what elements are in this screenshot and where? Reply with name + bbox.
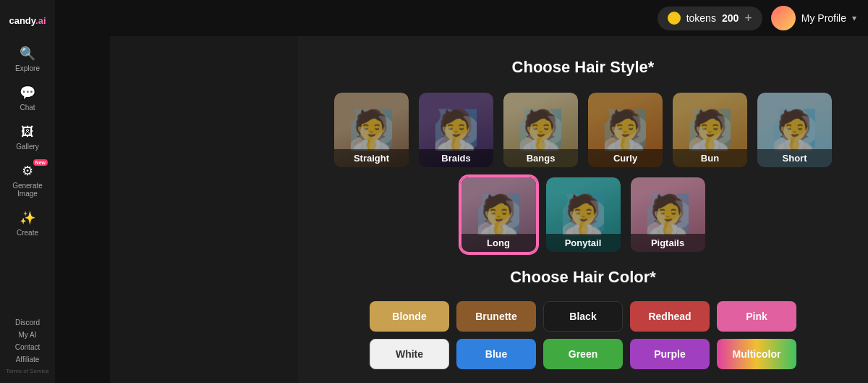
tokens-count: 200: [722, 12, 739, 24]
ponytail-label: Ponytail: [546, 234, 621, 252]
color-white-button[interactable]: White: [370, 339, 449, 369]
style-bun[interactable]: 🧖 Bun: [671, 91, 749, 169]
profile-label: My Profile: [801, 12, 846, 24]
token-coin-icon: [668, 12, 681, 25]
explore-icon: 🔍: [19, 45, 36, 62]
style-pigtails[interactable]: 🧖 Pigtails: [629, 176, 707, 253]
gallery-icon: 🖼: [19, 123, 36, 140]
curly-label: Curly: [588, 149, 663, 167]
hair-style-title: Choose Hair Style*: [327, 58, 839, 77]
style-ponytail[interactable]: 🧖 Ponytail: [545, 176, 622, 253]
sidebar-bottom: Discord My AI Contact Affiliate Terms of…: [0, 317, 55, 376]
style-short[interactable]: 🧖 Short: [756, 91, 833, 169]
sidebar-item-explore[interactable]: 🔍 Explore: [4, 41, 51, 77]
style-curly[interactable]: 🧖 Curly: [587, 91, 664, 169]
color-redhead-button[interactable]: Redhead: [630, 301, 710, 332]
color-multicolor-button[interactable]: Multicolor: [717, 339, 796, 369]
short-label: Short: [757, 149, 832, 167]
style-bangs[interactable]: 🧖 Bangs: [502, 91, 579, 169]
tokens-label: tokens: [686, 12, 716, 24]
create-icon: ✨: [19, 209, 36, 227]
color-pink-button[interactable]: Pink: [717, 301, 796, 332]
sidebar-label-generate: Generate Image: [7, 182, 48, 198]
hair-style-grid: 🧖 Straight 🧖 Braids 🧖 Bangs 🧖 Curly 🧖: [327, 91, 839, 253]
add-tokens-button[interactable]: +: [744, 11, 752, 26]
sidebar-item-my-ai[interactable]: My AI: [17, 329, 38, 340]
style-long[interactable]: 🧖 Long: [460, 176, 537, 253]
profile-area[interactable]: My Profile ▾: [771, 6, 856, 30]
chevron-down-icon: ▾: [852, 13, 856, 23]
sidebar-label-gallery: Gallery: [16, 143, 39, 151]
main: Choose Hair Style* 🧖 Straight 🧖 Braids 🧖…: [110, 36, 868, 383]
style-straight[interactable]: 🧖 Straight: [333, 91, 410, 169]
sidebar-item-affiliate[interactable]: Affiliate: [14, 354, 41, 365]
sidebar-item-chat[interactable]: 💬 Chat: [4, 80, 51, 116]
tokens-bar: tokens 200 +: [658, 7, 762, 30]
sidebar-item-create[interactable]: ✨ Create: [4, 205, 51, 241]
hair-color-title: Choose Hair Color*: [327, 268, 839, 287]
header: tokens 200 + My Profile ▾: [55, 0, 868, 36]
straight-label: Straight: [334, 149, 409, 167]
bun-label: Bun: [673, 149, 747, 167]
style-braids[interactable]: 🧖 Braids: [417, 91, 495, 169]
color-green-button[interactable]: Green: [543, 339, 623, 369]
sidebar-label-create: Create: [17, 229, 38, 237]
long-label: Long: [461, 234, 536, 252]
bangs-label: Bangs: [503, 149, 578, 167]
sidebar-item-discord[interactable]: Discord: [14, 317, 41, 328]
sidebar-item-contact[interactable]: Contact: [14, 342, 41, 353]
logo[interactable]: candy.ai: [2, 7, 53, 33]
sidebar-label-explore: Explore: [15, 64, 40, 72]
content-area: Choose Hair Style* 🧖 Straight 🧖 Braids 🧖…: [298, 36, 868, 383]
sidebar-label-chat: Chat: [20, 104, 35, 111]
hair-color-grid: Blonde Brunette Black Redhead Pink White…: [327, 301, 839, 369]
hair-color-section: Choose Hair Color* Blonde Brunette Black…: [327, 268, 839, 369]
chat-icon: 💬: [19, 84, 36, 101]
sidebar-item-gallery[interactable]: 🖼 Gallery: [4, 119, 51, 155]
logo-text: candy.ai: [9, 15, 46, 26]
avatar: [771, 6, 796, 30]
sidebar: candy.ai 🔍 Explore 💬 Chat 🖼 Gallery New …: [0, 0, 55, 383]
hair-style-section: Choose Hair Style* 🧖 Straight 🧖 Braids 🧖…: [327, 58, 839, 253]
pigtails-label: Pigtails: [631, 234, 705, 252]
color-black-button[interactable]: Black: [543, 301, 623, 332]
sidebar-item-generate[interactable]: New ⚙ Generate Image: [4, 158, 51, 202]
new-badge: New: [33, 159, 48, 166]
color-purple-button[interactable]: Purple: [630, 339, 710, 369]
left-panel: [110, 36, 298, 383]
color-blue-button[interactable]: Blue: [456, 339, 536, 369]
braids-label: Braids: [419, 149, 493, 167]
terms-of-service[interactable]: Terms of Service: [4, 366, 51, 376]
color-brunette-button[interactable]: Brunette: [456, 301, 536, 332]
color-blonde-button[interactable]: Blonde: [370, 301, 449, 332]
